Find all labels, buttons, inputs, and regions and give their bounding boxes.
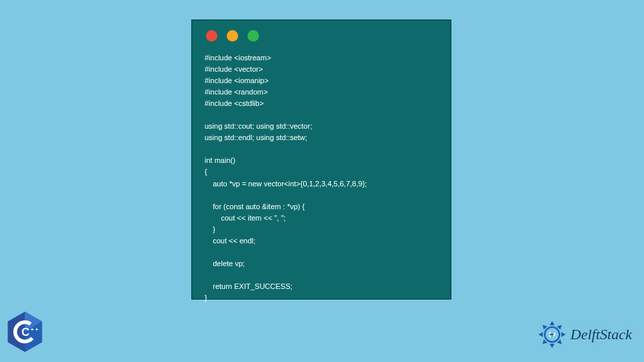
delftstack-icon: [537, 319, 568, 350]
traffic-lights: [206, 30, 438, 42]
svg-text:C: C: [21, 326, 30, 339]
brand-logo: DelftStack: [537, 319, 632, 350]
svg-text:+: +: [31, 326, 34, 333]
code-window: #include <iostream> #include <vector> #i…: [191, 19, 451, 300]
close-icon[interactable]: [206, 30, 217, 42]
maximize-icon[interactable]: [248, 30, 259, 42]
minimize-icon[interactable]: [227, 30, 238, 42]
cpp-badge-icon: C + +: [5, 311, 44, 353]
svg-text:+: +: [36, 326, 39, 333]
brand-name: DelftStack: [570, 326, 632, 343]
code-block: #include <iostream> #include <vector> #i…: [205, 52, 438, 304]
